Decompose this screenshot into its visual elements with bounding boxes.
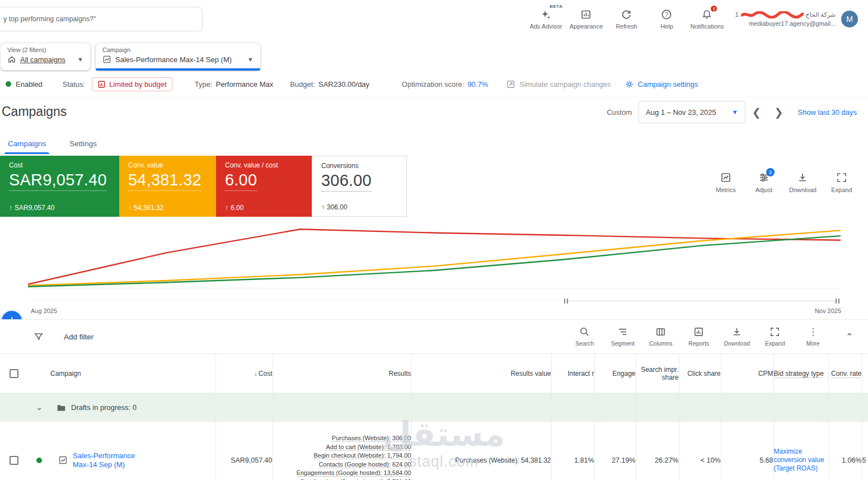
column-header-engage[interactable]: Engage	[594, 354, 636, 393]
more-button[interactable]: ⋮ More	[800, 327, 827, 347]
metrics-label: Metrics	[716, 187, 735, 193]
appearance-button[interactable]: Appearance	[566, 9, 606, 30]
chart-scrollbar-left-handle[interactable]	[564, 299, 568, 304]
drafts-in-progress-row[interactable]: ⌄ Drafts in progress: 0	[0, 393, 868, 422]
columns-icon	[655, 327, 666, 337]
chevron-down-icon[interactable]: ⌄	[28, 402, 50, 412]
column-header-bid-strategy-type[interactable]: Bid strategy type	[773, 354, 828, 393]
chart-scrollbar[interactable]	[31, 299, 841, 304]
filter-chips-row: View (2 filters) All campaigns ▼ Campaig…	[0, 43, 261, 71]
chart-action-buttons: Metrics 3 Adjust Download Expand	[713, 172, 855, 193]
performance-trend-chart[interactable]	[28, 223, 841, 290]
scorecard-cost[interactable]: Cost SAR9,057.40 ↑SAR9,057.40	[0, 156, 119, 217]
appearance-label: Appearance	[570, 23, 603, 30]
filter-funnel-icon[interactable]	[34, 332, 44, 342]
beta-badge: BETA	[550, 4, 562, 9]
expand-label: Expand	[765, 340, 785, 347]
column-header-conv-rate[interactable]: Conv. rate	[828, 354, 862, 393]
avatar[interactable]: M	[841, 11, 858, 27]
expand-button[interactable]: Expand	[829, 172, 855, 193]
sparkle-icon	[540, 9, 551, 20]
tab-settings[interactable]: Settings	[63, 134, 104, 154]
campaign-table-row[interactable]: Sales-Performance Max-14 Sep (M) SAR9,05…	[0, 422, 868, 480]
refresh-label: Refresh	[616, 23, 637, 30]
download-button[interactable]: Download	[789, 172, 817, 193]
column-header-results-value[interactable]: Results value	[411, 354, 551, 393]
topbar: BETA Ads Advisor Appearance Refresh ? He…	[0, 0, 868, 38]
columns-label: Columns	[649, 340, 672, 347]
download-table-button[interactable]: Download	[724, 327, 750, 347]
scorecard-conv-value-per-cost[interactable]: Conv. value / cost 6.00 ↑6.00	[216, 156, 312, 217]
tab-campaigns[interactable]: Campaigns	[1, 134, 53, 154]
chevron-down-icon: ▼	[240, 56, 254, 63]
search-button[interactable]: Search	[571, 327, 598, 347]
enabled-label[interactable]: Enabled	[16, 80, 43, 88]
result-line[interactable]: Contacts (Google hosted): 624.00	[318, 461, 411, 468]
x-axis-end-label: Nov 2025	[815, 307, 841, 314]
columns-button[interactable]: Columns	[648, 327, 674, 347]
show-last-30-days-link[interactable]: Show last 30 days	[797, 108, 857, 116]
column-header-campaign[interactable]: Campaign	[50, 354, 215, 393]
scorecard-conversions[interactable]: Conversions 306.00 ↑306.00	[312, 156, 407, 217]
notifications-button[interactable]: ! Notifications	[687, 9, 727, 30]
adjust-button[interactable]: 3 Adjust	[751, 172, 777, 193]
campaign-name-link[interactable]: Sales-Performance Max-14 Sep (M)	[73, 451, 141, 469]
gear-icon	[625, 80, 634, 89]
previous-period-button[interactable]: ❮	[745, 106, 768, 119]
download-label: Download	[724, 340, 750, 347]
segment-button[interactable]: Segment	[609, 327, 636, 347]
collapse-chevron-up-icon[interactable]: ⌃	[838, 331, 860, 343]
up-arrow-icon: ↑	[9, 204, 12, 212]
result-line[interactable]: Purchases (Website): 306.00	[332, 435, 411, 441]
scorecard-value: SAR9,057.40	[9, 171, 107, 191]
result-line[interactable]: Get directions (Google hosted): 5,791.00	[300, 478, 411, 480]
campaigns-table: Campaign ↓Cost Results Results value Int…	[0, 353, 868, 480]
chart-scrollbar-right-handle[interactable]	[836, 299, 839, 304]
date-range-picker[interactable]: Aug 1 – Nov 23, 2025 ▼	[639, 101, 745, 123]
ads-advisor-button[interactable]: BETA Ads Advisor	[526, 9, 566, 30]
campaign-settings-button[interactable]: Campaign settings	[625, 80, 698, 89]
row-checkbox[interactable]	[10, 456, 18, 465]
next-period-button[interactable]: ❯	[768, 106, 790, 119]
interact-rate-cell: 1.81%	[551, 422, 594, 480]
optimization-score-value[interactable]: 90.7%	[467, 80, 488, 88]
view-filter-chip[interactable]: View (2 filters) All campaigns ▼	[0, 43, 91, 71]
account-info[interactable]: 1 شركة الحاج mediabuyer17.agency@gmail..…	[735, 10, 836, 28]
column-header-interact-rate[interactable]: Interact r	[551, 354, 594, 393]
scorecard-delta: 6.00	[231, 204, 243, 212]
expand-table-button[interactable]: Expand	[762, 327, 789, 347]
column-header-results[interactable]: Results	[273, 354, 411, 393]
search-input[interactable]	[0, 7, 203, 31]
metrics-button[interactable]: Metrics	[713, 172, 739, 193]
campaign-filter-chip[interactable]: Campaign Sales-Performance Max-14 Sep (M…	[95, 43, 261, 71]
segment-icon	[617, 327, 628, 337]
results-cell: Purchases (Website): 306.00 Add to cart …	[273, 422, 411, 480]
bid-strategy-cell[interactable]: Maximize conversion value (Target ROAS)	[773, 422, 828, 480]
column-header-cpm[interactable]: CPM	[721, 354, 773, 393]
search-label: Search	[575, 340, 594, 347]
column-header-search-impr-share[interactable]: Search impr. share	[636, 354, 679, 393]
result-line[interactable]: Add to cart (Website): 1,703.00	[326, 444, 411, 450]
refresh-button[interactable]: Refresh	[606, 9, 646, 30]
limited-by-budget-text: Limited by budget	[109, 80, 167, 88]
select-all-checkbox[interactable]	[10, 369, 18, 378]
expand-icon	[836, 172, 847, 183]
reports-button[interactable]: Reports	[686, 327, 712, 347]
campaign-enabled-dot[interactable]	[36, 458, 42, 463]
scorecard-label: Conv. value	[128, 161, 207, 169]
budget-value[interactable]: SAR230.00/day	[318, 80, 369, 88]
result-line[interactable]: Begin checkout (Website): 1,794.00	[313, 452, 411, 459]
help-button[interactable]: ? Help	[646, 9, 687, 30]
column-header-click-share[interactable]: Click share	[679, 354, 721, 393]
column-header-cost[interactable]: ↓Cost	[215, 354, 273, 393]
limited-by-budget-badge[interactable]: Limited by budget	[92, 77, 172, 91]
sort-desc-icon: ↓	[254, 370, 257, 378]
scorecard-conv-value[interactable]: Conv. value 54,381.32 ↑54,381.32	[119, 156, 216, 217]
click-share-cell: < 10%	[679, 422, 721, 480]
add-filter-button[interactable]: Add filter	[64, 333, 93, 341]
home-icon	[7, 55, 16, 64]
svg-text:?: ?	[665, 11, 669, 17]
date-mode-label[interactable]: Custom	[607, 108, 632, 116]
result-line[interactable]: Engagements (Google hosted): 13,584.00	[297, 469, 411, 476]
account-phone-prefix: 1	[735, 10, 738, 19]
